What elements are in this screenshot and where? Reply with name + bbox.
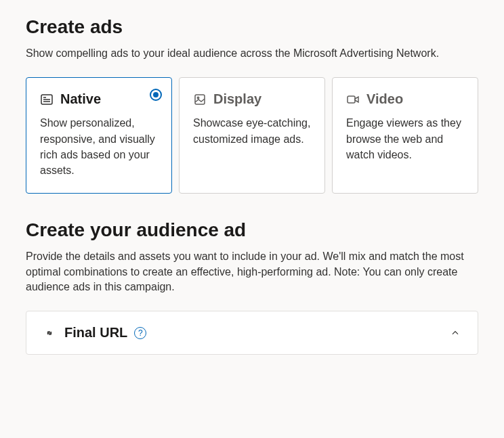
card-title: Native bbox=[60, 91, 101, 107]
page-title: Create ads bbox=[26, 16, 478, 38]
final-url-panel: Final URL ? bbox=[26, 311, 478, 355]
ad-type-card-display[interactable]: Display Showcase eye-catching, customize… bbox=[179, 77, 325, 194]
chevron-up-icon[interactable] bbox=[449, 327, 461, 339]
final-url-label: Final URL bbox=[64, 325, 127, 341]
card-description: Show personalized, responsive, and visua… bbox=[40, 115, 158, 178]
display-ad-icon bbox=[193, 93, 207, 106]
ad-type-card-native[interactable]: Native Show personalized, responsive, an… bbox=[26, 77, 172, 194]
section-subtitle: Provide the details and assets you want … bbox=[26, 249, 478, 294]
card-description: Engage viewers as they browse the web an… bbox=[346, 115, 464, 162]
video-ad-icon bbox=[346, 93, 360, 106]
page-subtitle: Show compelling ads to your ideal audien… bbox=[26, 46, 478, 61]
card-title: Video bbox=[366, 91, 403, 107]
card-title: Display bbox=[213, 91, 261, 107]
section-title: Create your audience ad bbox=[26, 219, 478, 241]
link-icon bbox=[43, 326, 56, 340]
native-ad-icon bbox=[40, 93, 54, 106]
final-url-panel-header[interactable]: Final URL ? bbox=[43, 325, 461, 341]
card-description: Showcase eye-catching, customized image … bbox=[193, 115, 311, 146]
svg-rect-6 bbox=[348, 96, 355, 103]
ad-type-cards: Native Show personalized, responsive, an… bbox=[26, 77, 478, 194]
svg-point-5 bbox=[197, 97, 198, 98]
help-icon[interactable]: ? bbox=[134, 327, 146, 339]
ad-type-card-video[interactable]: Video Engage viewers as they browse the … bbox=[332, 77, 478, 194]
radio-selected-icon bbox=[150, 89, 162, 101]
